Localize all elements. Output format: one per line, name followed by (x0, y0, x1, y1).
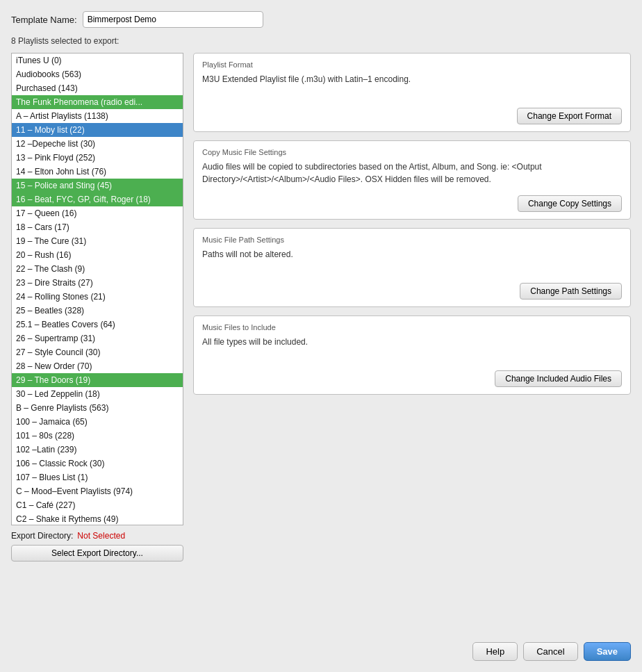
list-item[interactable]: 23 – Dire Straits (27) (12, 276, 183, 290)
playlist-format-label: Playlist Format (202, 60, 622, 69)
path-settings-label: Music File Path Settings (202, 236, 622, 244)
list-item[interactable]: 25.1 – Beatles Covers (64) (12, 318, 183, 331)
list-item[interactable]: 25 – Beatles (328) (12, 304, 183, 318)
template-name-input[interactable] (83, 11, 263, 28)
list-item[interactable]: 15 – Police and Sting (45) (12, 179, 183, 192)
list-item[interactable]: 106 – Classic Rock (30) (12, 457, 183, 470)
playlist-format-section: Playlist Format M3U Extended Playlist fi… (193, 53, 631, 132)
list-item[interactable]: 102 –Latin (239) (12, 443, 183, 457)
audio-include-label: Music Files to Include (202, 323, 622, 331)
list-item[interactable]: iTunes U (0) (12, 54, 183, 67)
list-item[interactable]: Audiobooks (563) (12, 67, 183, 81)
path-settings-content: Paths will not be altered. (202, 248, 622, 276)
right-panel: Playlist Format M3U Extended Playlist fi… (193, 53, 631, 627)
copy-settings-section: Copy Music File Settings Audio files wil… (193, 140, 631, 220)
cancel-button[interactable]: Cancel (523, 642, 577, 661)
subtitle: 8 Playlists selected to export: (11, 36, 631, 46)
list-item[interactable]: 27 – Style Council (30) (12, 345, 183, 359)
list-item[interactable]: 19 – The Cure (31) (12, 234, 183, 248)
list-item[interactable]: 26 – Supertramp (31) (12, 331, 183, 345)
list-item[interactable]: 28 – New Order (70) (12, 359, 183, 373)
list-item[interactable]: A – Artist Playlists (1138) (12, 109, 183, 123)
list-item[interactable]: 29 – The Doors (19) (12, 373, 183, 387)
list-item[interactable]: 24 – Rolling Stones (21) (12, 290, 183, 304)
list-item[interactable]: 11 – Moby list (22) (12, 123, 183, 137)
list-item[interactable]: 22 – The Clash (9) (12, 262, 183, 276)
playlist-panel: iTunes U (0)Audiobooks (563)Purchased (1… (11, 53, 183, 627)
change-path-settings-button[interactable]: Change Path Settings (520, 283, 622, 300)
copy-settings-content: Audio files will be copied to subdirecto… (202, 161, 622, 188)
list-item[interactable]: 14 – Elton John List (76) (12, 165, 183, 179)
audio-include-section: Music Files to Include All file types wi… (193, 315, 631, 395)
list-item[interactable]: 16 – Beat, FYC, GP, Gift, Roger (18) (12, 192, 183, 206)
path-settings-section: Music File Path Settings Paths will not … (193, 228, 631, 307)
save-button[interactable]: Save (584, 642, 631, 661)
list-item[interactable]: Purchased (143) (12, 81, 183, 95)
list-item[interactable]: 101 – 80s (228) (12, 429, 183, 443)
main-dialog: Template Name: 8 Playlists selected to e… (0, 0, 642, 672)
list-item[interactable]: 100 – Jamaica (65) (12, 415, 183, 429)
help-button[interactable]: Help (472, 642, 518, 661)
change-included-audio-files-button[interactable]: Change Included Audio Files (495, 370, 622, 387)
list-item[interactable]: 13 – Pink Floyd (252) (12, 151, 183, 165)
audio-include-content: All file types will be included. (202, 336, 622, 363)
list-item[interactable]: 107 – Blues List (1) (12, 470, 183, 484)
template-name-label: Template Name: (11, 15, 77, 25)
export-dir-value: Not Selected (77, 531, 125, 541)
change-export-format-button[interactable]: Change Export Format (517, 108, 622, 124)
list-item[interactable]: 18 – Cars (17) (12, 220, 183, 234)
list-item[interactable]: 20 – Rush (16) (12, 248, 183, 262)
change-copy-settings-button[interactable]: Change Copy Settings (518, 195, 622, 212)
list-item[interactable]: C – Mood–Event Playlists (974) (12, 484, 183, 498)
top-bar: Template Name: (11, 11, 631, 28)
list-item[interactable]: C1 – Café (227) (12, 498, 183, 512)
select-export-directory-button[interactable]: Select Export Directory... (11, 545, 183, 562)
playlist-format-content: M3U Extended Playlist file (.m3u) with L… (202, 73, 622, 101)
export-dir-label: Export Directory: (11, 531, 73, 541)
list-item[interactable]: C2 – Shake it Rythems (49) (12, 512, 183, 525)
list-item[interactable]: 17 – Queen (16) (12, 206, 183, 220)
copy-settings-label: Copy Music File Settings (202, 148, 622, 156)
list-item[interactable]: 30 – Led Zeppelin (18) (12, 387, 183, 401)
footer: Help Cancel Save (11, 637, 631, 661)
list-item[interactable]: B – Genre Playlists (563) (12, 401, 183, 415)
main-content: iTunes U (0)Audiobooks (563)Purchased (1… (11, 53, 631, 627)
playlist-list[interactable]: iTunes U (0)Audiobooks (563)Purchased (1… (11, 53, 183, 525)
list-item[interactable]: 12 –Depeche list (30) (12, 137, 183, 151)
list-item[interactable]: The Funk Phenomena (radio edi... (12, 95, 183, 109)
export-dir-row: Export Directory: Not Selected (11, 531, 183, 541)
